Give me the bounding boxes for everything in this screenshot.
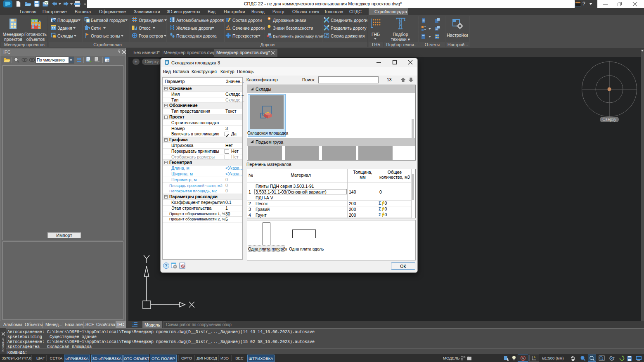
svg-text:?: ?	[165, 263, 167, 268]
